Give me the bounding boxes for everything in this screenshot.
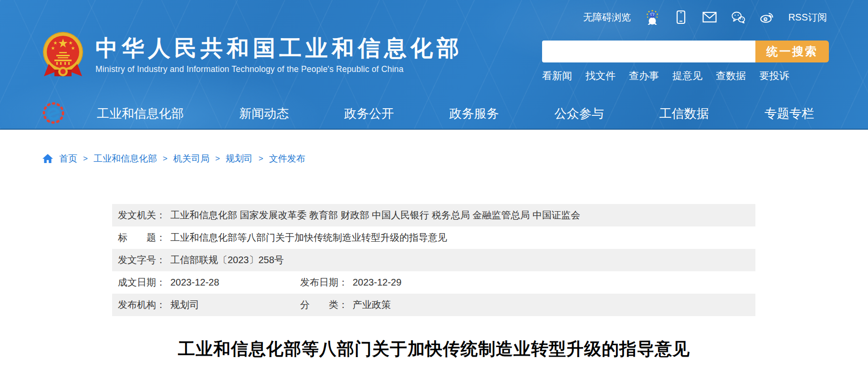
topbar: 无障碍浏览	[583, 10, 827, 25]
nav-item-participation[interactable]: 公众参与	[554, 105, 604, 122]
breadcrumb-separator: >	[163, 154, 167, 164]
breadcrumb-home[interactable]: 首页	[59, 153, 77, 165]
national-emblem-icon	[42, 31, 84, 83]
meta-row-issuing-organ: 发文机关：工业和信息化部 国家发展改革委 教育部 财政部 中国人民银行 税务总局…	[112, 204, 755, 226]
wechat-icon[interactable]	[731, 10, 745, 25]
meta-value: 工信部联规〔2023〕258号	[170, 255, 284, 265]
quick-link-files[interactable]: 找文件	[586, 69, 616, 82]
quick-link-suggest[interactable]: 提意见	[672, 69, 702, 82]
meta-value: 2023-12-29	[353, 277, 401, 287]
meta-label: 成文日期：	[118, 277, 166, 287]
meta-row-dates: 成文日期：2023-12-28发布日期：2023-12-29	[112, 271, 755, 294]
brand: 中华人民共和国工业和信息化部 Ministry of Industry and …	[42, 31, 463, 83]
document-meta-table: 发文机关：工业和信息化部 国家发展改革委 教育部 财政部 中国人民银行 税务总局…	[112, 204, 755, 316]
meta-value: 产业政策	[353, 299, 391, 310]
meta-value: 规划司	[170, 299, 199, 310]
breadcrumb-separator: >	[83, 154, 88, 164]
search-row: 统一搜索	[542, 41, 829, 62]
robot-mascot-icon[interactable]	[645, 10, 659, 25]
meta-row-doc-number: 发文字号：工信部联规〔2023〕258号	[112, 249, 755, 271]
miit-logo-icon	[42, 102, 65, 124]
meta-row-title: 标 题：工业和信息化部等八部门关于加快传统制造业转型升级的指导意见	[112, 226, 755, 249]
quick-links: 看新闻 找文件 查办事 提意见 查数据 要投诉	[542, 69, 829, 82]
meta-label: 发布机构：	[118, 299, 166, 310]
meta-value: 工业和信息化部 国家发展改革委 教育部 财政部 中国人民银行 税务总局 金融监管…	[170, 210, 580, 220]
site-header: 无障碍浏览	[0, 0, 868, 130]
meta-value: 工业和信息化部等八部门关于加快传统制造业转型升级的指导意见	[170, 232, 447, 243]
weibo-icon[interactable]	[760, 10, 774, 25]
nav-item-miit[interactable]: 工业和信息化部	[97, 105, 184, 122]
nav-item-gov-services[interactable]: 政务服务	[449, 105, 499, 122]
quick-link-data[interactable]: 查数据	[716, 69, 746, 82]
nav-item-gov-affairs[interactable]: 政务公开	[344, 105, 394, 122]
search-button[interactable]: 统一搜索	[755, 41, 829, 62]
nav-item-news[interactable]: 新闻动态	[239, 105, 289, 122]
main-nav: 工业和信息化部 新闻动态 政务公开 政务服务 公众参与 工信数据 专题专栏	[0, 98, 868, 129]
page: 无障碍浏览	[0, 0, 868, 369]
breadcrumb-separator: >	[259, 154, 263, 164]
site-title: 中华人民共和国工业和信息化部	[95, 35, 463, 61]
nav-items: 工业和信息化部 新闻动态 政务公开 政务服务 公众参与 工信数据 专题专栏	[97, 98, 814, 129]
quick-link-services[interactable]: 查办事	[629, 69, 659, 82]
breadcrumb: 首页 > 工业和信息化部 > 机关司局 > 规划司 > 文件发布	[42, 153, 305, 165]
article-title: 工业和信息化部等八部门关于加快传统制造业转型升级的指导意见	[0, 338, 868, 361]
mobile-phone-icon[interactable]	[674, 10, 688, 25]
search-area: 统一搜索 看新闻 找文件 查办事 提意见 查数据 要投诉	[542, 41, 829, 82]
meta-label: 标 题：	[118, 232, 166, 243]
breadcrumb-separator: >	[215, 154, 220, 164]
meta-row-publisher-category: 发布机构：规划司分 类：产业政策	[112, 294, 755, 316]
mail-icon[interactable]	[702, 10, 717, 25]
quick-link-news[interactable]: 看新闻	[542, 69, 572, 82]
search-input[interactable]	[542, 41, 755, 62]
nav-item-topics[interactable]: 专题专栏	[764, 105, 814, 122]
breadcrumb-miit[interactable]: 工业和信息化部	[94, 153, 157, 165]
meta-label: 发文字号：	[118, 255, 166, 265]
breadcrumb-departments[interactable]: 机关司局	[173, 153, 209, 165]
meta-value: 2023-12-28	[170, 277, 219, 287]
brand-text: 中华人民共和国工业和信息化部 Ministry of Industry and …	[95, 31, 463, 74]
home-icon[interactable]	[42, 153, 53, 164]
accessibility-link[interactable]: 无障碍浏览	[583, 10, 631, 25]
quick-link-complaint[interactable]: 要投诉	[759, 69, 789, 82]
meta-label: 发文机关：	[118, 210, 166, 220]
site-subtitle: Ministry of Industry and Information Tec…	[95, 64, 463, 74]
rss-link[interactable]: RSS订阅	[788, 10, 827, 25]
breadcrumb-planning-dept[interactable]: 规划司	[226, 153, 253, 165]
meta-label: 分 类：	[300, 299, 348, 310]
meta-label: 发布日期：	[300, 277, 348, 287]
breadcrumb-document-release[interactable]: 文件发布	[269, 153, 305, 165]
nav-item-data[interactable]: 工信数据	[659, 105, 709, 122]
